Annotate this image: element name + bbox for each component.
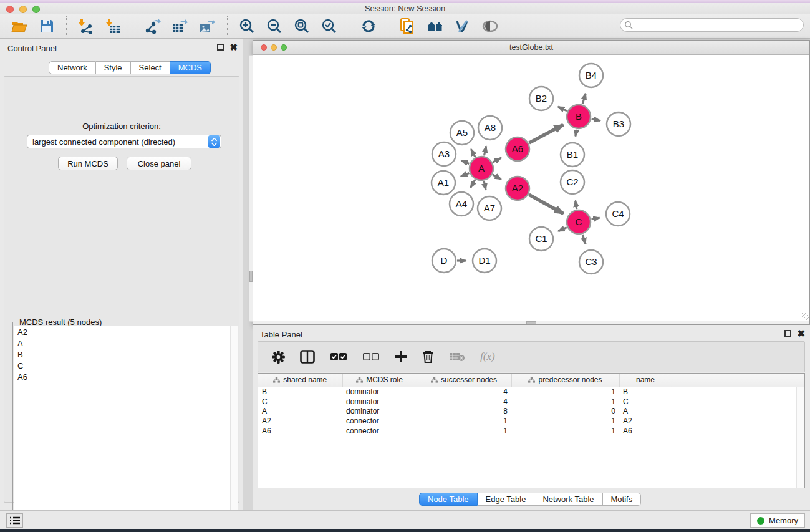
table-cell[interactable]: A2 bbox=[619, 416, 672, 426]
table-cell[interactable]: dominator bbox=[342, 397, 417, 407]
tab-mcds[interactable]: MCDS bbox=[170, 61, 211, 74]
column-header-shared-name[interactable]: shared name bbox=[258, 374, 342, 387]
network-canvas[interactable]: B4B2BB3A8A5A6A3B1AA1C2A2A4A7C4CC1DD1C3 bbox=[253, 55, 809, 322]
float-table-panel-icon[interactable] bbox=[784, 330, 791, 337]
table-cell[interactable]: connector bbox=[342, 426, 417, 436]
mcds-list-scrollbar[interactable] bbox=[230, 326, 238, 532]
edge-A2-C[interactable] bbox=[529, 195, 563, 213]
table-cell[interactable]: A2 bbox=[258, 416, 342, 426]
vizmapper-icon[interactable] bbox=[452, 16, 473, 36]
list-item[interactable]: B bbox=[14, 349, 230, 360]
home-icon[interactable] bbox=[425, 16, 446, 36]
column-header-name[interactable]: name bbox=[619, 374, 672, 387]
zoom-in-icon[interactable] bbox=[236, 16, 258, 36]
list-item[interactable]: A2 bbox=[14, 326, 230, 337]
tab-network-table[interactable]: Network Table bbox=[534, 493, 602, 506]
window-resize-grip[interactable] bbox=[802, 313, 809, 320]
table-cell[interactable]: 0 bbox=[511, 407, 619, 417]
titlebar[interactable]: Session: New Session bbox=[0, 3, 810, 14]
column-header-successor-nodes[interactable]: successor nodes bbox=[417, 374, 511, 387]
list-item[interactable]: A bbox=[14, 337, 230, 349]
eye-icon[interactable] bbox=[480, 16, 501, 36]
gear-icon[interactable] bbox=[272, 351, 285, 364]
close-panel-icon[interactable]: ✖ bbox=[229, 44, 238, 51]
table-cell[interactable]: 1 bbox=[511, 397, 619, 407]
refresh-layout-icon[interactable] bbox=[358, 16, 379, 36]
import-network-icon[interactable] bbox=[75, 16, 97, 36]
close-table-panel-icon[interactable]: ✖ bbox=[797, 330, 805, 337]
network-vertical-scrollbar[interactable] bbox=[249, 55, 253, 322]
copy-network-icon[interactable] bbox=[397, 16, 418, 36]
list-item[interactable]: A6 bbox=[14, 371, 230, 382]
float-panel-icon[interactable] bbox=[217, 44, 224, 51]
table-cell[interactable]: A bbox=[619, 407, 672, 417]
delete-column-icon[interactable] bbox=[422, 350, 434, 364]
table-row[interactable]: A6connector11A6 bbox=[258, 426, 804, 436]
table-cell[interactable]: 1 bbox=[511, 416, 619, 426]
edge-B-B2[interactable] bbox=[558, 107, 567, 111]
import-table-icon[interactable] bbox=[103, 16, 124, 36]
table-cell[interactable]: B bbox=[619, 387, 672, 397]
table-cell[interactable]: A bbox=[258, 407, 342, 417]
export-table-icon[interactable] bbox=[170, 16, 191, 36]
save-session-icon[interactable] bbox=[36, 16, 57, 36]
edge-C-C4[interactable] bbox=[592, 218, 600, 220]
export-image-icon[interactable] bbox=[197, 16, 218, 36]
add-column-icon[interactable] bbox=[395, 351, 407, 363]
table-cell[interactable]: 4 bbox=[417, 397, 511, 407]
delete-table-icon[interactable] bbox=[449, 351, 465, 362]
column-header-predecessor-nodes[interactable]: predecessor nodes bbox=[511, 374, 619, 387]
table-cell[interactable]: A6 bbox=[619, 426, 672, 436]
table-row[interactable]: Cdominator41C bbox=[258, 397, 804, 407]
table-cell[interactable]: 1 bbox=[417, 426, 511, 436]
zoom-selected-icon[interactable] bbox=[319, 16, 340, 36]
table-cell[interactable]: dominator bbox=[342, 407, 417, 417]
table-scrollbar[interactable] bbox=[796, 387, 804, 488]
table-cell[interactable]: connector bbox=[342, 416, 417, 426]
edge-A-A4[interactable] bbox=[471, 180, 475, 188]
table-row[interactable]: Bdominator41B bbox=[258, 387, 804, 397]
function-builder-icon[interactable]: f(x) bbox=[480, 351, 495, 363]
table-cell[interactable]: 8 bbox=[417, 407, 511, 417]
run-mcds-button[interactable]: Run MCDS bbox=[58, 157, 118, 170]
table-cell[interactable]: C bbox=[258, 397, 342, 407]
tab-select[interactable]: Select bbox=[131, 61, 170, 74]
edge-A-A1[interactable] bbox=[461, 173, 469, 176]
table-cell[interactable]: B bbox=[258, 387, 342, 397]
edge-A6-B[interactable] bbox=[529, 125, 564, 143]
edge-B-B4[interactable] bbox=[582, 94, 586, 104]
zoom-out-icon[interactable] bbox=[264, 16, 285, 36]
tab-edge-table[interactable]: Edge Table bbox=[478, 493, 535, 506]
tab-node-table[interactable]: Node Table bbox=[419, 493, 478, 506]
column-view-icon[interactable] bbox=[300, 350, 315, 364]
criterion-select[interactable]: largest connected component (directed) bbox=[27, 135, 221, 148]
tab-network[interactable]: Network bbox=[49, 61, 96, 74]
table-cell[interactable]: C bbox=[619, 397, 672, 407]
edge-C-C3[interactable] bbox=[582, 235, 586, 244]
table-row[interactable]: A2connector11A2 bbox=[258, 416, 804, 426]
memory-button[interactable]: Memory bbox=[750, 513, 805, 528]
edge-A-A2[interactable] bbox=[493, 175, 501, 179]
edge-C-C1[interactable] bbox=[558, 228, 566, 231]
edge-C-C2[interactable] bbox=[576, 201, 577, 210]
edge-B-B3[interactable] bbox=[592, 119, 600, 121]
edge-B-B1[interactable] bbox=[576, 130, 577, 137]
table-cell[interactable]: dominator bbox=[342, 387, 417, 397]
table-cell[interactable]: 1 bbox=[511, 426, 619, 436]
table-row[interactable]: Adominator80A bbox=[258, 407, 804, 417]
edge-A-A6[interactable] bbox=[493, 158, 501, 162]
column-header-mcds-role[interactable]: MCDS role bbox=[342, 374, 417, 387]
network-window-titlebar[interactable]: testGlobe.txt bbox=[253, 41, 809, 55]
table-cell[interactable]: 4 bbox=[417, 387, 511, 397]
deselect-all-icon[interactable] bbox=[362, 352, 380, 361]
edge-A-A5[interactable] bbox=[471, 149, 475, 157]
edge-A-A7[interactable] bbox=[484, 181, 486, 190]
select-all-icon[interactable] bbox=[330, 352, 347, 361]
list-item[interactable]: C bbox=[14, 360, 230, 371]
close-panel-button[interactable]: Close panel bbox=[127, 157, 191, 170]
table-cell[interactable]: A6 bbox=[258, 426, 342, 436]
search-input[interactable] bbox=[620, 18, 804, 32]
open-file-icon[interactable] bbox=[9, 16, 30, 36]
tab-style[interactable]: Style bbox=[96, 61, 131, 74]
edge-A-A8[interactable] bbox=[484, 146, 486, 155]
